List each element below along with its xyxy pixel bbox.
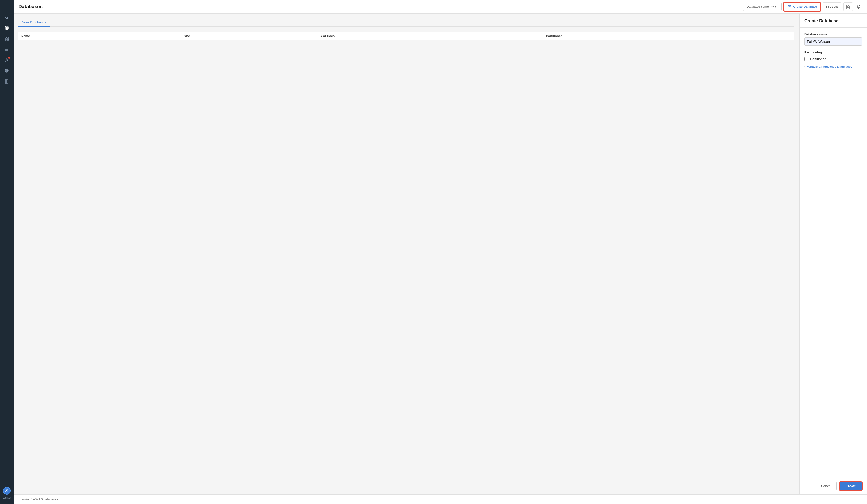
database-icon[interactable] (2, 23, 12, 33)
db-name-label: Database name (804, 32, 862, 36)
transform-icon[interactable] (2, 34, 12, 44)
chart-icon[interactable] (2, 13, 12, 22)
create-db-panel: Create Database Database name Partitioni… (799, 13, 867, 494)
docs-button[interactable] (843, 2, 853, 11)
svg-point-13 (6, 58, 8, 60)
globe-icon[interactable] (2, 66, 12, 75)
create-db-footer: Cancel Create (800, 478, 867, 494)
db-name-input[interactable] (804, 37, 862, 46)
db-name-search[interactable]: Database name ▾ (743, 3, 782, 11)
partitioning-label: Partitioning (804, 51, 862, 54)
back-icon[interactable]: ← (2, 2, 12, 12)
book-icon[interactable] (2, 76, 12, 86)
avatar[interactable] (3, 487, 11, 495)
create-db-title: Create Database (804, 18, 862, 23)
databases-table: Name Size # of Docs Partitioned (18, 32, 794, 40)
sidebar-bottom: Log Out (1, 487, 12, 502)
col-partitioned: Partitioned (543, 32, 794, 40)
svg-rect-6 (5, 40, 6, 40)
col-name: Name (18, 32, 181, 40)
tab-your-databases[interactable]: Your Databases (18, 18, 50, 27)
footer-text: Showing 1–0 of 0 databases (18, 497, 58, 501)
svg-rect-2 (8, 17, 8, 19)
header: Databases Database name ▾ Create Databas… (13, 0, 867, 13)
chevron-right-icon: › (804, 65, 805, 68)
content-area: Your Databases Name Size # of Docs Parti… (13, 13, 867, 494)
user-icon[interactable] (2, 55, 12, 65)
partitioned-info-link[interactable]: › What is a Partitioned Database? (804, 64, 862, 69)
notifications-button[interactable] (855, 2, 862, 11)
partitioned-info-text: What is a Partitioned Database? (807, 65, 852, 68)
cancel-button[interactable]: Cancel (816, 482, 836, 491)
col-size: Size (181, 32, 318, 40)
table-header-row: Name Size # of Docs Partitioned (18, 32, 794, 40)
json-button[interactable]: { } JSON (823, 2, 841, 11)
logout-link[interactable]: Log Out (1, 495, 12, 500)
create-database-button[interactable]: Create Database (783, 2, 821, 11)
sidebar-nav: ← (2, 2, 12, 487)
svg-rect-1 (6, 18, 7, 19)
footer: Showing 1–0 of 0 databases (13, 494, 867, 504)
partitioned-checkbox[interactable] (804, 57, 808, 61)
partitioning-group: Partitioning Partitioned › What is a Par… (804, 51, 862, 69)
create-db-header: Create Database (800, 13, 867, 28)
svg-point-3 (5, 26, 9, 28)
dropdown-icon: ▾ (774, 5, 776, 9)
svg-rect-4 (5, 37, 6, 39)
table-container: Name Size # of Docs Partitioned (18, 32, 794, 490)
partitioned-checkbox-row: Partitioned (804, 57, 862, 61)
sidebar: ← (0, 0, 13, 504)
page-title: Databases (18, 4, 743, 9)
db-name-group: Database name (804, 32, 862, 46)
db-list-panel: Your Databases Name Size # of Docs Parti… (13, 13, 799, 494)
svg-point-20 (6, 489, 8, 491)
svg-rect-7 (7, 40, 9, 40)
header-actions: Database name ▾ Create Database { } JSON (743, 2, 862, 11)
svg-rect-5 (7, 37, 9, 39)
svg-point-21 (788, 5, 791, 6)
partitioned-label[interactable]: Partitioned (810, 57, 826, 61)
col-docs: # of Docs (318, 32, 543, 40)
create-db-body: Database name Partitioning Partitioned ›… (800, 28, 867, 478)
create-database-label: Create Database (793, 5, 817, 9)
main-content: Databases Database name ▾ Create Databas… (13, 0, 867, 504)
search-select[interactable]: Database name (746, 4, 774, 9)
create-button[interactable]: Create (839, 482, 862, 491)
svg-rect-0 (5, 19, 6, 19)
list-icon[interactable] (2, 44, 12, 54)
tabs: Your Databases (18, 18, 794, 27)
json-label: { } JSON (826, 5, 838, 9)
